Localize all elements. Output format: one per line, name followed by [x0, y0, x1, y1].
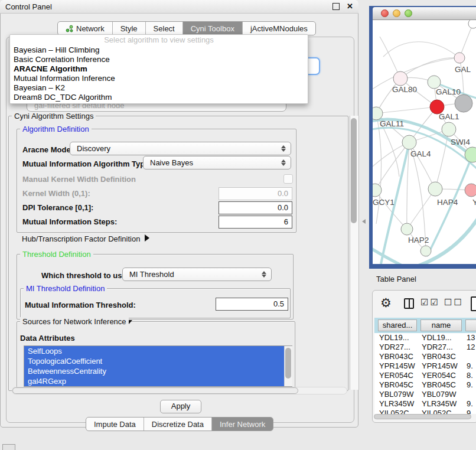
network-window-titlebar[interactable]: [373, 7, 476, 20]
close-traffic-light-icon[interactable]: [381, 9, 389, 17]
tab-label: Select: [154, 24, 175, 33]
hub-definition-label[interactable]: Hub/Transcription Factor Definition: [22, 234, 140, 243]
table-panel-title: Table Panel: [376, 275, 416, 283]
algorithm-option[interactable]: Bayesian – K2: [10, 83, 308, 93]
tab-discretize-data[interactable]: Discretize Data: [144, 418, 211, 431]
table-row[interactable]: YIL052CYIL052C9.: [374, 409, 476, 414]
table-cell: YDL19...: [379, 333, 418, 343]
table-cell: YBR045C: [422, 380, 463, 390]
aracne-mode-combo[interactable]: Discovery: [70, 142, 291, 155]
expander-arrow-icon[interactable]: [145, 234, 149, 242]
network-node[interactable]: [468, 20, 476, 28]
attribute-item[interactable]: gal4RGexp: [24, 376, 285, 386]
tab-cyni-toolbox[interactable]: Cyni Toolbox: [182, 22, 242, 35]
table-cell: [467, 352, 476, 361]
panel-collapse-arrow[interactable]: [362, 219, 366, 224]
network-node-gal4[interactable]: [402, 135, 416, 149]
network-canvas[interactable]: GALGAL80GAL10GAL1GAL11SWI4GAL4GCY1HAP4YH…: [373, 20, 476, 264]
table-cell: 9.: [467, 380, 476, 390]
show-columns-icon[interactable]: ☑☑: [420, 297, 440, 308]
network-node-gal10[interactable]: [428, 76, 441, 89]
network-node-y[interactable]: [465, 184, 476, 197]
dpi-tolerance-label: DPI Tolerance [0,1]:: [22, 203, 93, 212]
table-body: YDL19...YDL19...13YDR27...YDR27...12YBR0…: [374, 333, 476, 414]
hide-columns-icon[interactable]: ☐☐: [444, 297, 464, 308]
node-label: GAL4: [410, 149, 431, 158]
which-threshold-combo[interactable]: MI Threshold: [122, 268, 272, 281]
close-icon[interactable]: ✕: [347, 4, 353, 9]
data-attributes-label: Data Attributes: [20, 334, 75, 343]
list-scrollbar-thumb[interactable]: [285, 348, 291, 379]
kernel-width-field[interactable]: 0.0: [219, 187, 292, 200]
network-node-gal80[interactable]: [393, 71, 407, 86]
manual-kernel-checkbox[interactable]: [283, 174, 293, 184]
network-node-gal[interactable]: [454, 53, 465, 63]
algorithm-option[interactable]: ARACNE Algorithm: [10, 64, 308, 74]
network-node[interactable]: [455, 94, 472, 112]
node-label: HAP4: [437, 198, 458, 207]
column-header[interactable]: shared...: [378, 319, 417, 331]
table-row[interactable]: YER054CYER054C8.: [374, 371, 476, 380]
table-row[interactable]: YLR345WYLR345W9.: [374, 399, 476, 409]
tab-network[interactable]: Network: [58, 22, 112, 35]
algorithm-option[interactable]: Basic Correlation Inference: [10, 55, 308, 64]
sources-group-title[interactable]: Sources for Network Inference: [20, 317, 129, 326]
settings-scrollbar-thumb[interactable]: [351, 118, 357, 223]
control-panel-titlebar: Control Panel ✕: [0, 0, 358, 14]
table-row[interactable]: YBL079WYBL079W: [374, 390, 476, 399]
network-node-gal11[interactable]: [373, 107, 383, 120]
zoom-traffic-light-icon[interactable]: [405, 9, 412, 17]
node-label: GCY1: [373, 198, 395, 207]
float-window-icon[interactable]: [332, 3, 340, 10]
table-cell: YDL19...: [422, 333, 463, 343]
table-hscrollbar-thumb[interactable]: [374, 414, 471, 419]
minimized-panel-button[interactable]: [2, 444, 15, 450]
data-attributes-list[interactable]: SelfLoopsTopologicalCoefficientBetweenne…: [24, 345, 292, 387]
mi-steps-field[interactable]: 6: [219, 216, 292, 229]
table-cell: YBL079W: [422, 390, 463, 399]
table-cell: YLR345W: [422, 399, 463, 409]
table-cell: YDR27...: [422, 343, 463, 352]
apply-button[interactable]: Apply: [160, 400, 201, 413]
table-row[interactable]: YDL19...YDL19...13: [374, 333, 476, 343]
tab-label: Infer Network: [220, 420, 265, 429]
tab-select[interactable]: Select: [145, 22, 182, 35]
split-columns-icon[interactable]: [404, 298, 414, 309]
column-header[interactable]: [465, 319, 476, 331]
gear-icon[interactable]: ⚙: [380, 296, 392, 310]
tab-impute-data[interactable]: Impute Data: [86, 418, 144, 431]
table-cell: YIL052C: [422, 409, 463, 414]
node-label: SWI4: [451, 138, 470, 146]
tab-jactivemnodules[interactable]: jActiveMNodules: [242, 22, 315, 35]
column-header[interactable]: name: [420, 319, 462, 331]
minimize-traffic-light-icon[interactable]: [393, 9, 400, 17]
algorithm-option[interactable]: Dream8 DC_TDC Algorithm: [10, 93, 308, 102]
mi-threshold-field[interactable]: 0.5: [216, 298, 288, 311]
settings-hscrollbar-thumb[interactable]: [12, 387, 298, 394]
tab-style[interactable]: Style: [112, 22, 145, 35]
algorithm-option[interactable]: Mutual Information Inference: [10, 74, 308, 83]
network-node[interactable]: [442, 122, 456, 136]
algorithm-option[interactable]: Bayesian – Hill Climbing: [10, 45, 308, 55]
tab-label: Network: [76, 24, 105, 33]
network-icon: [66, 25, 73, 32]
tab-infer-network[interactable]: Infer Network: [211, 418, 273, 431]
table-cell: [467, 390, 476, 399]
table-cell: YIL052C: [379, 409, 418, 414]
attribute-item[interactable]: BetweennessCentrality: [24, 366, 285, 376]
table-row[interactable]: YBR045CYBR045C9.: [374, 380, 476, 390]
network-node-hap2[interactable]: [401, 223, 413, 235]
table-row[interactable]: YDR27...YDR27...12: [374, 343, 476, 352]
network-node-hap4[interactable]: [428, 182, 442, 196]
document-icon[interactable]: [471, 296, 476, 311]
mi-type-combo[interactable]: Naive Bayes: [143, 156, 291, 169]
table-row[interactable]: YPR145WYPR145W9.: [374, 361, 476, 371]
aracne-mode-label: Aracne Mode:: [22, 145, 73, 154]
tab-label: jActiveMNodules: [250, 24, 308, 33]
table-row[interactable]: YBR043CYBR043C: [374, 352, 476, 361]
network-node[interactable]: [420, 246, 431, 256]
table-header-row: shared...name: [374, 318, 476, 333]
attribute-item[interactable]: TopologicalCoefficient: [24, 356, 285, 366]
dpi-tolerance-field[interactable]: 0.0: [219, 201, 292, 214]
attribute-item[interactable]: SelfLoops: [24, 346, 285, 356]
